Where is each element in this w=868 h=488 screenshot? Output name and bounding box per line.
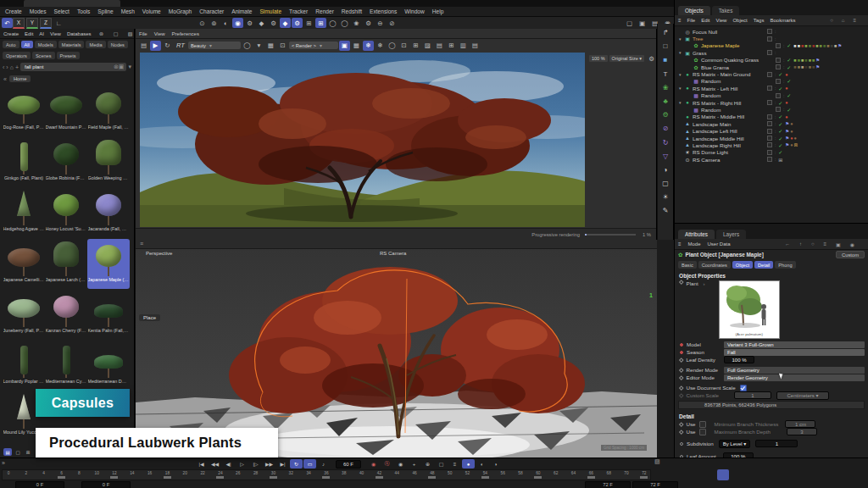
plant-asset[interactable]: Golden Weeping Willo... — [87, 137, 130, 187]
anim-marker[interactable] — [679, 422, 683, 426]
object-name[interactable]: Landscape Middle Hill — [693, 136, 767, 141]
object-row[interactable]: ▩ Random ∶ ✓ — [675, 92, 868, 99]
visibility-dots[interactable]: ∶ — [775, 136, 776, 141]
zoom-percent-field[interactable]: 100 % — [589, 55, 608, 62]
preview-start-field[interactable]: 0 F — [81, 481, 131, 488]
toolbar-icon[interactable]: ◯ — [327, 18, 338, 28]
am-nav-icon[interactable]: ← — [785, 241, 790, 247]
browser-panel-icon[interactable]: ⊚ — [97, 29, 106, 39]
browser-menu-databases[interactable]: Databases — [67, 31, 92, 36]
object-tag-icon[interactable]: ● — [785, 86, 787, 91]
enable-checkbox[interactable] — [767, 142, 772, 147]
object-tag-icon[interactable]: ● — [790, 129, 793, 134]
render-check-icon[interactable]: ⊞ — [778, 157, 785, 163]
window-icon[interactable]: ▢ — [624, 18, 635, 28]
object-name[interactable]: RS Dome Light — [693, 149, 767, 155]
hamburger-icon[interactable]: ≡ — [678, 18, 682, 23]
plant-asset[interactable]: Jacaranda (Fall, Plant) — [87, 188, 130, 238]
om-menu-file[interactable]: File — [687, 18, 696, 23]
use-document-scale-checkbox[interactable] — [740, 385, 747, 391]
rt-toolbar-icon[interactable]: ▤ — [470, 41, 481, 51]
anim-marker[interactable] — [679, 385, 683, 390]
object-tag-icon[interactable]: ⚑ — [785, 142, 789, 147]
object-row[interactable]: ▾ ● RS Matrix - Main Ground ∶ ✓ ● — [675, 70, 868, 77]
om-menu-view[interactable]: View — [716, 18, 727, 23]
object-name[interactable]: RS Camera — [693, 157, 767, 163]
browser-menu-edit[interactable]: Edit — [25, 31, 33, 36]
object-tag-icon[interactable]: ■ — [812, 58, 815, 63]
enable-checkbox[interactable] — [767, 121, 772, 126]
enable-checkbox[interactable] — [767, 114, 772, 119]
toolbar-icon[interactable]: ◯ — [339, 18, 350, 28]
object-tag-icon[interactable]: ■ — [820, 43, 822, 48]
object-name[interactable]: Landscape Right Hill — [693, 142, 767, 148]
object-row[interactable]: ☀ RS Dome Light ∶ ✓ — [675, 149, 868, 156]
axis-y-button[interactable]: Y — [26, 18, 38, 29]
enable-checkbox[interactable] — [776, 58, 781, 63]
transport-button[interactable]: ▷ — [236, 459, 248, 469]
keying-icon[interactable]: ≡ — [448, 459, 461, 469]
rt-menu-file[interactable]: File — [139, 31, 147, 36]
render-check-icon[interactable]: ✓ — [778, 86, 785, 92]
om-tool-icon[interactable]: ○ — [830, 18, 833, 23]
am-nav-icon[interactable]: ◉ — [850, 241, 854, 247]
render-canvas[interactable] — [140, 53, 585, 227]
om-menu-edit[interactable]: Edit — [701, 18, 709, 23]
plant-asset[interactable]: Kentia Palm (Fall, Plant) — [87, 290, 130, 340]
visibility-dots[interactable]: ∶ — [775, 86, 776, 91]
render-check-icon[interactable]: ✓ — [778, 136, 785, 141]
visibility-dots[interactable]: ∶ — [775, 121, 776, 126]
menu-item[interactable]: Mesh — [121, 8, 135, 14]
visibility-dots[interactable]: ∶ — [775, 114, 776, 119]
menu-item[interactable]: Spline — [97, 8, 113, 14]
am-nav-icon[interactable]: ≡ — [824, 241, 827, 247]
object-tag-icon[interactable]: ■ — [823, 43, 826, 48]
object-tag-icon[interactable]: ⊠ — [794, 142, 798, 147]
toolbar-icon[interactable]: ⊙ — [197, 18, 208, 28]
plant-asset[interactable]: Hedgehog Agave (Fall... — [3, 188, 45, 238]
object-tag-icon[interactable]: ■ — [826, 43, 829, 48]
am-menu-mode[interactable]: Mode — [688, 241, 701, 247]
toolbar-icon[interactable]: ❀ — [351, 18, 362, 28]
palette-icon[interactable]: ▢ — [659, 178, 671, 189]
palette-icon[interactable]: ✎ — [659, 205, 671, 216]
toolbar-icon[interactable]: ⊖ — [375, 18, 386, 28]
render-check-icon[interactable]: ✓ — [787, 78, 793, 84]
plant-preview-card[interactable]: (Acer palmatum) — [719, 280, 780, 339]
collapse-icon[interactable]: « — [3, 76, 7, 82]
transport-button[interactable]: |▷ — [249, 459, 262, 469]
workplane-icon[interactable]: ∟ — [53, 18, 64, 28]
object-name[interactable]: RS Matrix - Middle Hill — [693, 114, 767, 119]
rt-toolbar-icon[interactable]: ▨ — [422, 41, 433, 51]
toolbar-icon[interactable]: ⚙ — [244, 18, 255, 28]
toolbar-icon[interactable]: ⊞ — [303, 18, 314, 28]
object-name[interactable]: RS Matrix - Main Ground — [693, 71, 767, 77]
object-tag-icon[interactable]: ■ — [804, 43, 807, 48]
toolbar-icon[interactable]: ⊚ — [209, 18, 220, 28]
model-dropdown[interactable]: Variant 3 Full-Grown — [724, 341, 865, 348]
plant-asset[interactable]: Japanese Camellia (Fal... — [3, 239, 45, 289]
browser-filter-tab[interactable]: Nodes — [108, 41, 128, 48]
object-row[interactable]: ▩ Random ∶ ✓ — [675, 78, 868, 85]
viewport-camera-label[interactable]: RS Camera — [380, 251, 406, 256]
palette-icon[interactable]: ▽ — [659, 151, 671, 162]
rt-toolbar-icon[interactable]: ▦ — [351, 41, 362, 51]
object-row[interactable]: ▲ Landscape Right Hill ∶ ✓ ⚑●⊠ — [675, 141, 868, 148]
use-max-branch-checkbox[interactable] — [699, 429, 706, 435]
search-input[interactable] — [23, 64, 114, 70]
anim-marker[interactable] — [679, 368, 683, 372]
palette-icon[interactable]: ❀ — [659, 82, 671, 93]
keying-icon[interactable]: ◐ — [476, 459, 488, 469]
object-name[interactable]: Random — [701, 92, 776, 98]
plant-asset[interactable]: Field Maple (Fall, Plant) — [87, 86, 130, 136]
rt-menu-view[interactable]: View — [154, 31, 165, 36]
menu-item[interactable]: Tools — [77, 8, 90, 14]
keying-icon[interactable]: ◉ — [367, 459, 380, 469]
object-name[interactable]: Common Quaking Grass — [701, 57, 776, 63]
menu-item[interactable]: Extensions — [370, 8, 397, 14]
anim-marker[interactable] — [679, 430, 683, 434]
rt-toolbar-icon[interactable]: ▣ — [339, 41, 350, 51]
render-check-icon[interactable]: ✓ — [787, 107, 793, 113]
plant-asset[interactable]: Mediterranean Cypres... — [45, 341, 87, 391]
toolbar-icon[interactable]: ⊞ — [315, 18, 326, 28]
